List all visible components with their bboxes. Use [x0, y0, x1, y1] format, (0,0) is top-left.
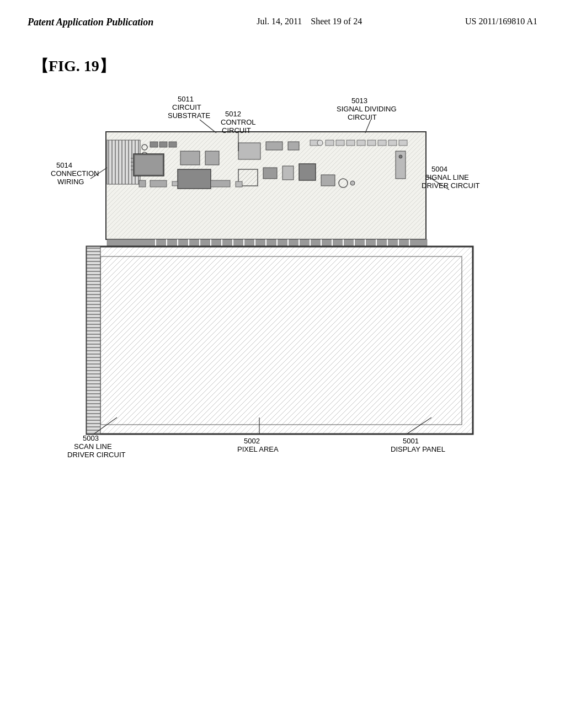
- page-header: Patent Application Publication Jul. 14, …: [0, 0, 565, 34]
- svg-rect-29: [347, 140, 355, 146]
- svg-rect-30: [357, 140, 365, 146]
- svg-text:DRIVER CIRCUIT: DRIVER CIRCUIT: [67, 451, 126, 459]
- svg-text:5011: 5011: [178, 95, 194, 103]
- svg-rect-22: [238, 143, 260, 159]
- svg-text:CIRCUIT: CIRCUIT: [348, 113, 377, 121]
- svg-text:SUBSTRATE: SUBSTRATE: [168, 111, 210, 120]
- svg-text:5001: 5001: [403, 437, 419, 445]
- svg-text:5003: 5003: [83, 434, 99, 442]
- sheet-info: Sheet 19 of 24: [311, 17, 362, 26]
- figure-label: 【FIG. 19】: [33, 56, 532, 77]
- svg-rect-11: [159, 142, 167, 147]
- svg-rect-42: [150, 180, 167, 187]
- svg-rect-33: [388, 140, 397, 146]
- svg-text:SCAN LINE: SCAN LINE: [74, 442, 112, 451]
- svg-text:WIRING: WIRING: [57, 178, 84, 186]
- svg-text:CIRCUIT: CIRCUIT: [222, 126, 251, 135]
- svg-rect-76: [87, 247, 100, 434]
- svg-rect-44: [211, 180, 230, 187]
- diagram-svg: 5011 CIRCUIT SUBSTRATE 5013 SIGNAL DIVID…: [45, 82, 520, 468]
- publication-date: Jul. 14, 2011: [257, 17, 302, 26]
- svg-rect-32: [378, 140, 386, 146]
- bottom-contacts: [107, 239, 427, 246]
- svg-rect-24: [288, 142, 299, 150]
- svg-text:SIGNAL DIVIDING: SIGNAL DIVIDING: [337, 105, 397, 113]
- svg-rect-41: [139, 180, 146, 187]
- patent-number: US 2011/169810 A1: [465, 17, 537, 26]
- svg-text:CONNECTION: CONNECTION: [51, 169, 99, 178]
- svg-point-36: [399, 155, 402, 158]
- svg-rect-27: [326, 140, 334, 146]
- svg-rect-23: [266, 142, 282, 150]
- svg-text:5002: 5002: [244, 437, 260, 445]
- svg-rect-31: [367, 140, 376, 146]
- svg-point-48: [350, 181, 355, 185]
- svg-text:PIXEL AREA: PIXEL AREA: [237, 445, 279, 453]
- svg-text:5004: 5004: [431, 165, 447, 173]
- svg-rect-10: [150, 142, 158, 147]
- svg-text:SIGNAL LINE: SIGNAL LINE: [425, 173, 469, 181]
- svg-line-81: [365, 120, 371, 133]
- svg-text:CONTROL: CONTROL: [221, 118, 256, 126]
- diagram-area: 5011 CIRCUIT SUBSTRATE 5013 SIGNAL DIVID…: [45, 82, 520, 468]
- svg-rect-38: [282, 166, 294, 180]
- svg-rect-75: [100, 256, 462, 425]
- svg-text:DISPLAY PANEL: DISPLAY PANEL: [391, 445, 445, 453]
- svg-rect-28: [336, 140, 344, 146]
- svg-text:DRIVER CIRCUIT: DRIVER CIRCUIT: [422, 181, 480, 190]
- svg-rect-43: [172, 181, 178, 186]
- svg-text:5012: 5012: [225, 110, 241, 118]
- svg-rect-39: [299, 164, 316, 180]
- svg-rect-37: [263, 168, 277, 179]
- main-content: 【FIG. 19】: [0, 34, 565, 479]
- svg-rect-14: [135, 155, 163, 175]
- date-sheet-info: Jul. 14, 2011 Sheet 19 of 24: [257, 17, 362, 26]
- svg-text:CIRCUIT: CIRCUIT: [172, 103, 201, 111]
- svg-rect-20: [205, 151, 219, 165]
- svg-rect-34: [399, 140, 407, 146]
- svg-text:5014: 5014: [56, 161, 72, 169]
- svg-rect-45: [236, 181, 242, 187]
- svg-rect-21: [178, 169, 211, 189]
- svg-rect-19: [180, 151, 200, 165]
- publication-label: Patent Application Publication: [28, 17, 153, 28]
- svg-rect-12: [169, 142, 177, 147]
- svg-line-77: [200, 120, 216, 133]
- svg-text:5013: 5013: [351, 97, 367, 105]
- svg-rect-46: [321, 175, 335, 186]
- svg-point-26: [317, 140, 323, 146]
